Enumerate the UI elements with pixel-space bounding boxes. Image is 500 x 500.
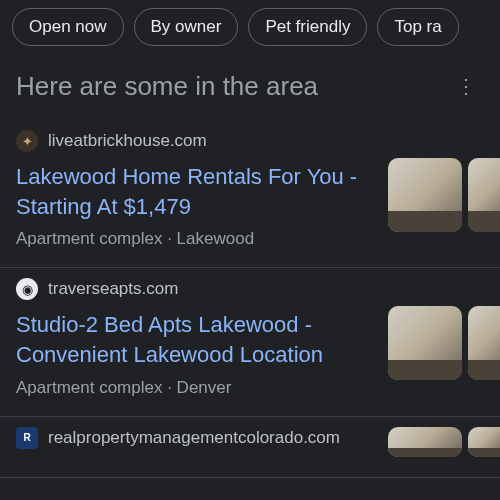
site-row: ✦ liveatbrickhouse.com (16, 130, 376, 152)
result-thumbnails (388, 427, 500, 459)
favicon-icon: ◉ (16, 278, 38, 300)
result-title-link[interactable]: Studio-2 Bed Apts Lakewood - Convenient … (16, 310, 376, 369)
result-content: ◉ traverseapts.com Studio-2 Bed Apts Lak… (16, 278, 388, 397)
result-thumbnails (388, 158, 500, 249)
result-content: ✦ liveatbrickhouse.com Lakewood Home Ren… (16, 130, 388, 249)
search-result[interactable]: ✦ liveatbrickhouse.com Lakewood Home Ren… (0, 120, 500, 268)
filter-chips-row: Open now By owner Pet friendly Top ra (0, 0, 500, 60)
thumbnail-image[interactable] (388, 427, 462, 457)
site-row: ◉ traverseapts.com (16, 278, 376, 300)
result-meta: Apartment complex · Lakewood (16, 229, 376, 249)
chip-top-rated[interactable]: Top ra (377, 8, 458, 46)
thumbnail-image[interactable] (468, 427, 500, 457)
thumbnail-image[interactable] (468, 158, 500, 232)
thumbnail-image[interactable] (388, 306, 462, 380)
chip-pet-friendly[interactable]: Pet friendly (248, 8, 367, 46)
result-meta: Apartment complex · Denver (16, 378, 376, 398)
more-options-icon[interactable]: ⋮ (448, 70, 484, 102)
chip-by-owner[interactable]: By owner (134, 8, 239, 46)
search-result[interactable]: R realpropertymanagementcolorado.com (0, 417, 500, 478)
thumbnail-image[interactable] (388, 158, 462, 232)
favicon-icon: R (16, 427, 38, 449)
site-row: R realpropertymanagementcolorado.com (16, 427, 376, 449)
site-name: liveatbrickhouse.com (48, 131, 207, 151)
result-title-link[interactable]: Lakewood Home Rentals For You - Starting… (16, 162, 376, 221)
chip-open-now[interactable]: Open now (12, 8, 124, 46)
section-header: Here are some in the area ⋮ (0, 60, 500, 120)
result-content: R realpropertymanagementcolorado.com (16, 427, 388, 459)
favicon-icon: ✦ (16, 130, 38, 152)
section-title: Here are some in the area (16, 71, 318, 102)
search-result[interactable]: ◉ traverseapts.com Studio-2 Bed Apts Lak… (0, 268, 500, 416)
site-name: realpropertymanagementcolorado.com (48, 428, 340, 448)
thumbnail-image[interactable] (468, 306, 500, 380)
result-thumbnails (388, 306, 500, 397)
site-name: traverseapts.com (48, 279, 178, 299)
